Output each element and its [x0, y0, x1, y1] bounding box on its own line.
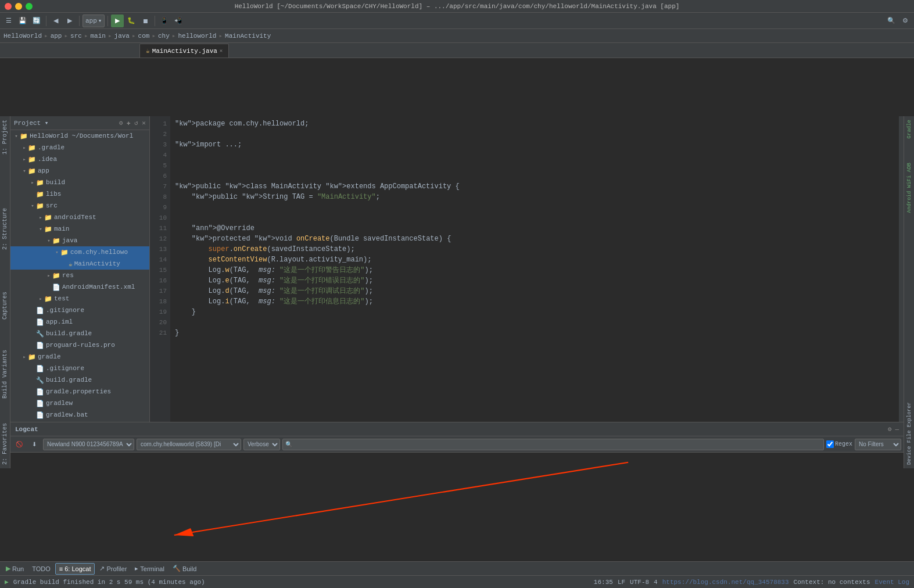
run-button[interactable]: ▶	[111, 15, 124, 27]
debug-button[interactable]: 🐛	[125, 15, 138, 27]
tree-item[interactable]: 📄.gitignore	[10, 363, 149, 374]
sidebar-title: Project ▾	[14, 119, 48, 127]
status-right: 16:35 LF UTF-8 4 https://blog.csdn.net/q…	[594, 579, 909, 586]
tree-item[interactable]: ▸📁.idea	[10, 153, 149, 165]
tree-arrow: ▸	[37, 296, 44, 302]
tree-item[interactable]: 📄.gitignore	[10, 304, 149, 316]
tab-mainactivity[interactable]: ☕ MainActivity.java ✕	[139, 44, 229, 58]
build-status-icon: ▶	[5, 578, 9, 586]
filter-select[interactable]: No Filters	[855, 439, 901, 450]
toolbar-forward[interactable]: ▶	[63, 15, 76, 27]
logcat-scroll-end[interactable]: ⬇	[28, 439, 41, 450]
tree-item[interactable]: ▾📁main	[10, 223, 149, 235]
tree-item[interactable]: ▸📁build	[10, 177, 149, 188]
tree-item[interactable]: 📁libs	[10, 188, 149, 200]
tree-icon: 📁	[44, 225, 52, 233]
search-everywhere[interactable]: 🔍	[885, 15, 898, 27]
tree-item[interactable]: 🔧build.gradle	[10, 374, 149, 386]
tab-logcat[interactable]: ≡ 6: Logcat	[55, 563, 95, 575]
toolbar-save[interactable]: 💾	[16, 15, 29, 27]
titlebar: HelloWorld [~/Documents/WorkSpace/CHY/He…	[0, 0, 914, 13]
tree-label: .gitignore	[46, 365, 84, 372]
logcat-settings-icon[interactable]: ⚙	[888, 425, 892, 433]
tree-item[interactable]: ▸📁res	[10, 270, 149, 281]
tree-item[interactable]: ▾📁HelloWorld ~/Documents/Worl	[10, 130, 149, 142]
toolbar-back[interactable]: ◀	[49, 15, 62, 27]
tree-icon: ☕	[69, 260, 73, 268]
tree-item[interactable]: 🔧build.gradle	[10, 328, 149, 339]
tree-item[interactable]: 📄gradle.properties	[10, 386, 149, 397]
toolbar-sync[interactable]: 🔄	[30, 15, 43, 27]
maximize-button[interactable]	[26, 3, 33, 10]
panel-tab-wifi-adb[interactable]: Android WiFi ADB	[905, 159, 913, 216]
tree-arrow: ▸	[21, 145, 28, 151]
editor-scrollbar[interactable]	[899, 116, 904, 468]
minimize-button[interactable]	[15, 3, 22, 10]
tree-arrow: ▸	[45, 273, 52, 279]
tab-close-icon[interactable]: ✕	[220, 48, 223, 54]
tree-item[interactable]: ▾📁com.chy.hellowo	[10, 246, 149, 258]
nav-main[interactable]: main	[91, 33, 106, 40]
nav-helloworld[interactable]: helloworld	[178, 33, 216, 40]
logcat-search-input[interactable]	[282, 439, 824, 450]
tab-profiler[interactable]: ↗ Profiler	[96, 563, 130, 575]
tree-item[interactable]: 📄app.iml	[10, 316, 149, 328]
code-editor[interactable]: "kw">package com.chy.helloworld; "kw">im…	[170, 116, 899, 468]
tree-item[interactable]: 📄gradlew	[10, 397, 149, 409]
status-lf[interactable]: LF	[618, 579, 625, 586]
nav-hellowworld[interactable]: HelloWorld	[3, 33, 42, 40]
panel-tab-project[interactable]: 1: Project	[1, 116, 9, 158]
status-indent[interactable]: 4	[654, 579, 658, 586]
tree-item[interactable]: ▸📁.gradle	[10, 142, 149, 153]
build-label: Build	[182, 565, 196, 572]
tab-todo[interactable]: TODO	[28, 563, 54, 575]
regex-checkbox[interactable]	[826, 440, 834, 448]
tab-build[interactable]: 🔨 Build	[169, 563, 200, 575]
tree-item[interactable]: ▸📁test	[10, 293, 149, 304]
nav-src[interactable]: src	[70, 33, 82, 40]
tree-item[interactable]: ▾📁app	[10, 165, 149, 177]
level-select[interactable]: Verbose Debug Info Warn Error	[243, 439, 280, 450]
close-button[interactable]	[5, 3, 12, 10]
tree-label: test	[54, 295, 69, 302]
toolbar-menu[interactable]: ☰	[2, 15, 15, 27]
settings-gear[interactable]: ⚙	[899, 15, 912, 27]
toolbar-sep-3	[107, 16, 108, 26]
panel-tab-gradle[interactable]: Gradle	[905, 116, 913, 142]
nav-com[interactable]: com	[138, 33, 150, 40]
status-event-log[interactable]: Event Log	[875, 579, 909, 586]
logcat-minimize-icon[interactable]: —	[895, 426, 899, 433]
tree-item[interactable]: ▾📁src	[10, 200, 149, 211]
nav-java[interactable]: java	[114, 33, 130, 40]
nav-app[interactable]: app	[51, 33, 62, 40]
panel-tab-structure[interactable]: 2: Structure	[1, 205, 9, 253]
panel-tab-captures[interactable]: Captures	[1, 288, 9, 323]
nav-chy[interactable]: chy	[158, 33, 170, 40]
nav-mainactivity[interactable]: MainActivity	[225, 33, 271, 40]
tree-item[interactable]: ▸📁androidTest	[10, 211, 149, 223]
toolbar-avd[interactable]: 📲	[172, 15, 185, 27]
package-select[interactable]: com.chy.hellowworld (5839) [Di	[137, 439, 241, 450]
toolbar-sdk[interactable]: 📱	[158, 15, 171, 27]
panel-tab-device-explorer[interactable]: Device File Explorer	[905, 399, 913, 468]
tree-item[interactable]: 📄gradlew.bat	[10, 409, 149, 421]
nav-bar: HelloWorld ▸ app ▸ src ▸ main ▸ java ▸ c…	[0, 29, 914, 43]
app-dropdown[interactable]: app ▾	[83, 15, 105, 27]
tree-item[interactable]: 📄AndroidManifest.xml	[10, 281, 149, 293]
tree-item[interactable]: ☕MainActivity	[10, 258, 149, 270]
status-charset[interactable]: UTF-8	[630, 579, 649, 586]
panel-tab-build-variants[interactable]: Build Variants	[1, 346, 9, 402]
tab-run[interactable]: ▶ Run	[2, 563, 27, 575]
tree-icon: 📁	[20, 132, 28, 140]
tree-item[interactable]: 📄proguard-rules.pro	[10, 339, 149, 351]
status-position[interactable]: 16:35	[594, 579, 613, 586]
stop-button[interactable]: ⏹	[139, 15, 152, 27]
logcat-clear[interactable]: 🚫	[13, 439, 26, 450]
status-url[interactable]: https://blog.csdn.net/qq_34578833	[662, 579, 789, 586]
tab-terminal[interactable]: ▸ Terminal	[131, 563, 168, 575]
tree-icon: 📁	[44, 295, 52, 303]
tree-item[interactable]: ▾📁java	[10, 235, 149, 246]
panel-tab-favorites[interactable]: 2: Favorites	[1, 420, 9, 468]
tree-item[interactable]: ▸📁gradle	[10, 351, 149, 363]
device-select[interactable]: Newland N900 0123456789A	[43, 439, 134, 450]
